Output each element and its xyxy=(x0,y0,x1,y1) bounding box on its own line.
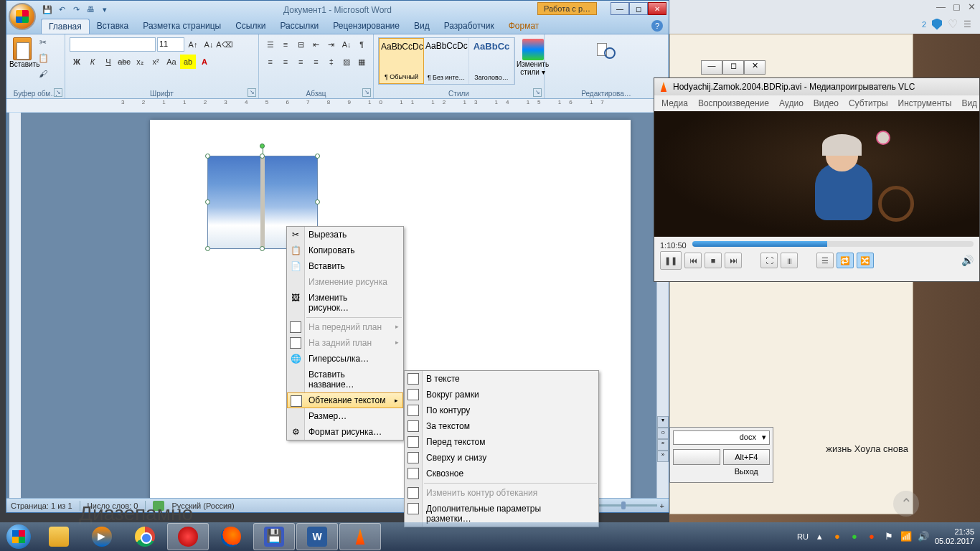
resize-handle-bl[interactable] xyxy=(205,246,210,251)
word-min-button[interactable]: ― xyxy=(611,2,629,15)
vlc-fullscreen-button[interactable]: ⛶ xyxy=(760,253,778,268)
cm-size[interactable]: Размер… xyxy=(287,408,403,424)
tb-word[interactable]: W xyxy=(296,523,338,550)
resize-handle-mr[interactable] xyxy=(315,199,320,204)
vlc-menu-video[interactable]: Видео xyxy=(809,97,843,110)
cm-insert-caption[interactable]: Вставить название… xyxy=(287,367,403,392)
borders-button[interactable]: ▦ xyxy=(355,55,369,69)
qat-save-icon[interactable]: 💾 xyxy=(41,3,54,16)
browser-menu-icon[interactable]: ☰ xyxy=(963,19,971,29)
rotate-handle[interactable] xyxy=(260,143,265,149)
resize-handle-tm[interactable] xyxy=(260,154,265,159)
tb-explorer[interactable] xyxy=(38,523,80,550)
vlc-titlebar[interactable]: Hodyachij.Zamok.2004.BDRip.avi - Медиапр… xyxy=(654,78,979,95)
scroll-down-button[interactable]: ▾ xyxy=(657,416,669,428)
vlc-menu-view[interactable]: Вид xyxy=(957,97,980,110)
bullets-button[interactable]: ☰ xyxy=(263,37,277,52)
cm-change-picture[interactable]: 🖼Изменить рисунок… xyxy=(287,290,403,316)
wrap-through[interactable]: Сквозное xyxy=(405,466,598,481)
qat-dropdown-icon[interactable]: ▾ xyxy=(98,3,111,16)
office-button[interactable] xyxy=(9,3,36,30)
tab-developer[interactable]: Разработчик xyxy=(437,19,501,34)
tab-format[interactable]: Формат xyxy=(501,19,547,34)
browser-close-icon[interactable]: ✕ xyxy=(968,1,976,12)
vlc-seek-bar[interactable] xyxy=(692,241,974,247)
underline-button[interactable]: Ч xyxy=(101,55,116,69)
tab-review[interactable]: Рецензирование xyxy=(326,19,407,34)
align-center-button[interactable]: ≡ xyxy=(278,55,292,69)
shading-button[interactable]: ▨ xyxy=(339,55,353,69)
vlc-video-area[interactable] xyxy=(654,111,979,237)
tray-app1-icon[interactable]: ● xyxy=(831,531,843,542)
qat-undo-icon[interactable]: ↶ xyxy=(55,3,68,16)
shield-icon[interactable] xyxy=(932,19,942,30)
tb-chrome[interactable] xyxy=(124,523,166,550)
tb-opera[interactable] xyxy=(167,523,209,550)
notification-badge[interactable]: 2 xyxy=(922,20,926,29)
wrap-top-bottom[interactable]: Сверху и снизу xyxy=(405,450,598,466)
cm-text-wrapping[interactable]: Обтекание текстом▸ xyxy=(287,392,403,408)
dialog-ok-button[interactable] xyxy=(673,449,720,465)
dialog-close-icon[interactable]: ✕ xyxy=(744,60,765,75)
vlc-playlist-button[interactable]: ☰ xyxy=(816,253,834,268)
tab-mailings[interactable]: Рассылки xyxy=(273,19,326,34)
vlc-volume-icon[interactable]: 🔊 xyxy=(961,255,974,266)
numbering-button[interactable]: ≡ xyxy=(278,37,292,52)
vlc-menu-subtitles[interactable]: Субтитры xyxy=(844,97,892,110)
word-max-button[interactable]: ◻ xyxy=(629,2,648,15)
help-icon[interactable]: ? xyxy=(651,20,663,32)
horizontal-ruler[interactable]: 3 2 1 1 2 3 4 5 6 7 8 9 10 11 12 13 14 1… xyxy=(6,99,669,112)
cm-format-picture[interactable]: ⚙Формат рисунка… xyxy=(287,424,403,440)
vertical-ruler[interactable] xyxy=(9,113,21,498)
vlc-stop-button[interactable]: ■ xyxy=(705,253,722,268)
font-family-combo[interactable] xyxy=(70,37,156,52)
tray-show-hidden-icon[interactable]: ▴ xyxy=(814,531,826,542)
vlc-menu-tools[interactable]: Инструменты xyxy=(894,97,956,110)
bold-button[interactable]: Ж xyxy=(70,55,84,69)
strike-button[interactable]: abc xyxy=(117,55,131,69)
shrink-font-icon[interactable]: A↓ xyxy=(202,37,216,52)
align-right-button[interactable]: ≡ xyxy=(294,55,308,69)
browser-max-icon[interactable]: ◻ xyxy=(953,1,961,12)
clear-format-icon[interactable]: A⌫ xyxy=(217,37,232,52)
highlight-button[interactable]: ab xyxy=(180,55,196,69)
tab-references[interactable]: Ссылки xyxy=(228,19,273,34)
tb-vlc[interactable] xyxy=(339,523,381,550)
dialog-launcher-clipboard[interactable]: ↘ xyxy=(54,88,62,97)
indent-dec-button[interactable]: ⇤ xyxy=(309,37,323,52)
sort-button[interactable]: A↓ xyxy=(339,37,353,52)
multilevel-button[interactable]: ⊟ xyxy=(294,37,308,52)
wrap-behind[interactable]: За текстом xyxy=(405,418,598,434)
heart-icon[interactable]: ♡ xyxy=(948,17,958,31)
tab-insert[interactable]: Вставка xyxy=(90,19,136,34)
cm-cut[interactable]: ✂Вырезать xyxy=(287,227,403,242)
zoom-in-button[interactable]: + xyxy=(660,501,664,510)
find-icon[interactable] xyxy=(595,39,617,60)
contextual-tab-label[interactable]: Работа с р… xyxy=(537,2,597,15)
tb-media-player[interactable] xyxy=(81,523,123,550)
dialog-max-icon[interactable]: ◻ xyxy=(722,60,744,75)
dialog-launcher-font[interactable]: ↘ xyxy=(248,88,256,97)
scroll-top-button[interactable]: ⌃ xyxy=(893,491,919,517)
vlc-menu-playback[interactable]: Воспроизведение xyxy=(694,97,773,110)
tray-app3-icon[interactable]: ● xyxy=(866,531,877,542)
wrap-tight[interactable]: По контуру xyxy=(405,402,598,418)
tb-firefox[interactable] xyxy=(210,523,252,550)
resize-handle-bm[interactable] xyxy=(260,246,265,251)
vlc-menu-media[interactable]: Медиа xyxy=(657,97,692,110)
tray-network-icon[interactable]: 📶 xyxy=(900,531,912,542)
style-heading1[interactable]: AaBbCc Заголово… xyxy=(469,38,514,84)
dialog-launcher-styles[interactable]: ↘ xyxy=(533,88,542,97)
vlc-pause-button[interactable]: ❚❚ xyxy=(660,251,682,270)
wrap-square[interactable]: Вокруг рамки xyxy=(405,387,598,402)
format-combo[interactable]: docx xyxy=(673,430,770,445)
status-page[interactable]: Страница: 1 из 1 xyxy=(11,501,72,510)
dialog-exit-button[interactable]: Alt+F4 Выход xyxy=(723,449,771,465)
taskbar-clock[interactable]: 21:35 05.02.2017 xyxy=(935,527,974,546)
qat-print-icon[interactable]: 🖶 xyxy=(84,3,97,16)
paste-button[interactable]: Вставить xyxy=(9,36,35,86)
zoom-slider[interactable] xyxy=(593,504,657,507)
start-button[interactable] xyxy=(0,522,37,551)
style-no-spacing[interactable]: AaBbCcDc ¶ Без инте… xyxy=(424,38,469,84)
subscript-button[interactable]: x₂ xyxy=(133,55,147,69)
